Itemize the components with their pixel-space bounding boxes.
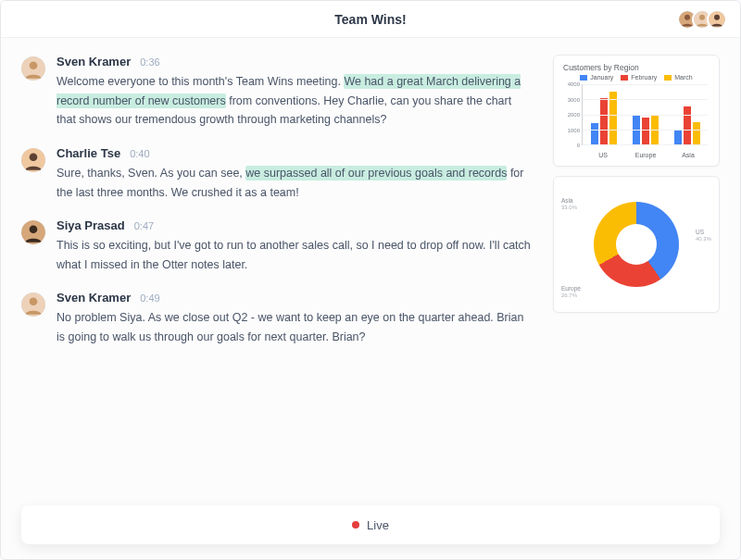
pie-label: US40.3% [696, 229, 711, 243]
page-title: Team Wins! [334, 12, 406, 27]
svg-point-9 [30, 153, 38, 161]
highlight: we surpassed all of our previous goals a… [245, 166, 507, 180]
header: Team Wins! [1, 1, 740, 38]
svg-point-5 [714, 14, 720, 19]
transcript[interactable]: Sven Kramer0:36Welcome everyone to this … [21, 55, 534, 496]
bar [600, 98, 608, 144]
chart-title: Customers by Region [563, 63, 710, 72]
body: Sven Kramer0:36Welcome everyone to this … [1, 38, 740, 505]
message-text: No problem Siya. As we close out Q2 - we… [57, 308, 531, 346]
pie-chart-card[interactable]: US40.3%Europe26.7%Asia33.0% [553, 176, 720, 313]
timestamp: 0:40 [130, 148, 149, 159]
pie-label: Asia33.0% [561, 197, 577, 211]
bar [674, 131, 682, 144]
app-window: Team Wins! Sven Kramer0:36Welcome everyo… [0, 0, 741, 560]
timestamp: 0:36 [140, 56, 159, 68]
transcript-message[interactable]: Charlie Tse0:40Sure, thanks, Sven. As yo… [21, 146, 531, 202]
svg-point-11 [30, 226, 38, 234]
side-panel: Customers by Region JanuaryFebruaryMarch… [553, 55, 720, 496]
legend-item: February [621, 74, 657, 81]
timestamp: 0:49 [140, 292, 159, 304]
svg-point-3 [699, 14, 705, 19]
bar-chart: 01000200030004000 USEuropeAsia [563, 84, 710, 158]
live-status-bar[interactable]: Live [21, 505, 720, 544]
record-icon [352, 521, 359, 529]
message-text: This is so exciting, but I've got to run… [57, 236, 531, 274]
bar-chart-card[interactable]: Customers by Region JanuaryFebruaryMarch… [553, 55, 720, 167]
legend-item: March [664, 74, 692, 81]
y-tick: 1000 [563, 128, 580, 133]
chart-legend: JanuaryFebruaryMarch [563, 74, 710, 81]
speaker-name: Sven Kramer [57, 55, 131, 68]
bar [684, 106, 691, 144]
donut-chart: US40.3%Europe26.7%Asia33.0% [563, 184, 710, 305]
svg-point-13 [30, 298, 38, 306]
avatar [21, 148, 45, 172]
avatar [21, 220, 45, 244]
x-tick: Europe [635, 152, 657, 158]
avatar [21, 56, 45, 81]
svg-point-7 [30, 61, 38, 69]
transcript-message[interactable]: Siya Prasad0:47This is so exciting, but … [21, 218, 531, 274]
y-tick: 0 [563, 143, 580, 148]
live-label: Live [367, 518, 389, 532]
bar [642, 118, 649, 144]
legend-item: January [580, 74, 613, 81]
transcript-message[interactable]: Sven Kramer0:36Welcome everyone to this … [21, 55, 531, 130]
speaker-name: Sven Kramer [57, 291, 131, 305]
x-tick: Asia [682, 152, 695, 158]
pie-label: Europe26.7% [561, 285, 581, 299]
highlight: We had a great March delivering a record… [57, 74, 521, 108]
avatar[interactable] [707, 9, 727, 30]
svg-point-1 [684, 14, 690, 19]
speaker-name: Siya Prasad [57, 218, 125, 232]
transcript-message[interactable]: Sven Kramer0:49No problem Siya. As we cl… [21, 291, 531, 346]
bar [591, 123, 598, 144]
participant-avatars[interactable] [683, 9, 727, 30]
message-text: Sure, thanks, Sven. As you can see, we s… [57, 164, 531, 202]
y-tick: 3000 [563, 97, 580, 103]
bar [693, 122, 700, 144]
y-tick: 4000 [563, 81, 580, 87]
avatar [21, 292, 45, 317]
speaker-name: Charlie Tse [57, 146, 120, 160]
x-tick: US [598, 152, 608, 158]
timestamp: 0:47 [134, 220, 154, 231]
y-tick: 2000 [563, 112, 580, 118]
message-text: Welcome everyone to this month's Team Wi… [57, 72, 531, 130]
